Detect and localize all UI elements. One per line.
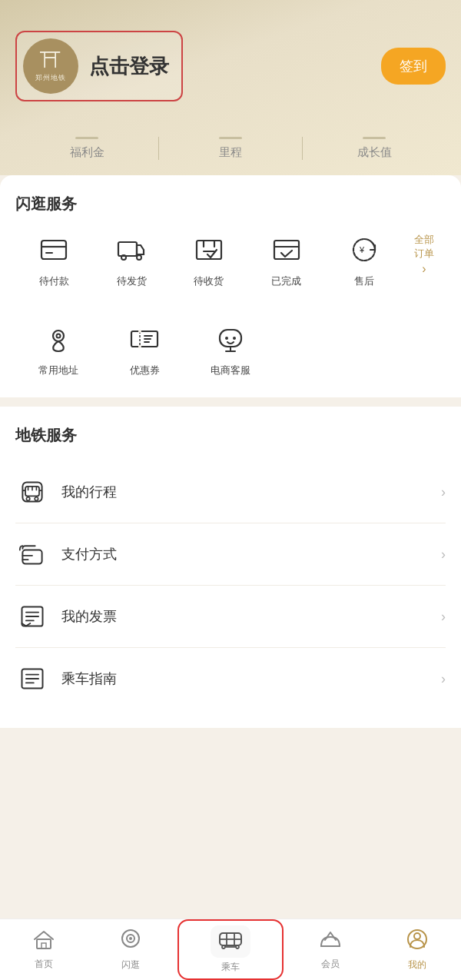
- svg-point-48: [129, 937, 132, 940]
- shop-icon: [121, 929, 141, 955]
- home-nav-label: 首页: [35, 958, 53, 971]
- payment-label: 支付方式: [61, 545, 441, 563]
- order-pending-receive[interactable]: 待收货: [171, 230, 248, 288]
- header-section: ⛩ 郑州地铁 点击登录 签到 福利金 里程 成长值: [0, 0, 461, 175]
- nav-mine[interactable]: 我的: [373, 922, 461, 978]
- metro-guide-item[interactable]: 乘车指南 ›: [15, 648, 446, 709]
- svg-point-11: [53, 331, 64, 341]
- payment-icon: [15, 537, 49, 571]
- svg-point-4: [121, 255, 126, 260]
- trip-icon: [15, 475, 49, 509]
- order-after-sale[interactable]: ¥ 售后: [325, 230, 403, 288]
- pending-receive-icon: [189, 230, 229, 270]
- pending-payment-icon: [34, 230, 74, 270]
- avatar: ⛩ 郑州地铁: [23, 38, 78, 94]
- guide-icon: [15, 662, 49, 696]
- pending-payment-label: 待付款: [39, 274, 69, 288]
- train-nav-bg: [211, 925, 250, 958]
- metro-trip-item[interactable]: 我的行程 ›: [15, 461, 446, 523]
- mine-icon: [406, 929, 428, 955]
- stat-dash-3: [363, 137, 386, 139]
- svg-point-5: [137, 255, 141, 260]
- guide-arrow-icon: ›: [441, 671, 446, 687]
- svg-rect-0: [41, 241, 66, 259]
- service-customer-service[interactable]: 电商客服: [187, 319, 274, 377]
- invoice-arrow-icon: ›: [441, 609, 446, 625]
- svg-point-58: [414, 933, 420, 939]
- home-icon: [33, 929, 55, 955]
- order-items: 待付款 待发货: [15, 230, 403, 301]
- after-sale-icon: ¥: [344, 230, 384, 270]
- section-divider: [0, 397, 461, 407]
- service-address[interactable]: 常用地址: [15, 319, 101, 377]
- coupon-icon: [124, 319, 164, 359]
- metro-section-title: 地铁服务: [15, 425, 446, 446]
- orders-grid: 待付款 待发货: [15, 230, 446, 301]
- completed-icon: [267, 230, 307, 270]
- login-button[interactable]: ⛩ 郑州地铁 点击登录: [15, 31, 183, 101]
- nav-member[interactable]: 会员: [287, 923, 374, 977]
- svg-point-53: [222, 945, 225, 948]
- metro-section: 地铁服务 我的行程 ›: [15, 425, 446, 709]
- address-label: 常用地址: [38, 364, 78, 377]
- svg-rect-44: [37, 939, 51, 948]
- nav-home[interactable]: 首页: [0, 923, 88, 977]
- signin-button[interactable]: 签到: [381, 48, 446, 85]
- stat-fulijin[interactable]: 福利金: [15, 137, 158, 160]
- all-orders-button[interactable]: 全部 订单 ›: [403, 230, 446, 276]
- all-orders-text: 全部 订单: [414, 233, 434, 261]
- svg-rect-3: [118, 242, 137, 256]
- customer-service-icon: [211, 319, 250, 359]
- member-nav-label: 会员: [321, 958, 340, 971]
- stat-chengzhangzhi[interactable]: 成长值: [302, 137, 446, 160]
- metro-invoice-item[interactable]: 我的发票 ›: [15, 586, 446, 648]
- service-coupon[interactable]: 优惠券: [101, 319, 187, 377]
- svg-point-22: [233, 337, 236, 340]
- bottom-nav: 首页 闪逛 乘车: [0, 919, 461, 980]
- svg-point-54: [236, 945, 239, 948]
- customer-service-label: 电商客服: [211, 364, 250, 377]
- coupon-label: 优惠券: [130, 364, 160, 377]
- member-icon: [320, 929, 341, 955]
- logo-icon: ⛩: [40, 50, 61, 71]
- svg-rect-33: [22, 550, 41, 564]
- svg-point-15: [138, 330, 141, 333]
- pending-ship-label: 待发货: [117, 274, 147, 288]
- nav-train[interactable]: 乘车: [177, 919, 284, 980]
- order-pending-ship[interactable]: 待发货: [93, 230, 171, 288]
- invoice-label: 我的发票: [61, 607, 441, 626]
- stat-label-3: 成长值: [357, 145, 392, 160]
- mine-nav-label: 我的: [408, 958, 426, 972]
- address-icon: [38, 319, 78, 359]
- pending-receive-label: 待收货: [194, 274, 224, 288]
- invoice-icon: [15, 600, 49, 633]
- trip-label: 我的行程: [61, 483, 441, 501]
- metro-payment-item[interactable]: 支付方式 ›: [15, 523, 446, 586]
- svg-point-26: [26, 497, 30, 501]
- main-card: 闪逛服务 待付款: [0, 175, 461, 728]
- completed-label: 已完成: [271, 274, 301, 288]
- stat-label-2: 里程: [219, 145, 242, 160]
- after-sale-label: 售后: [354, 274, 374, 288]
- svg-point-21: [225, 337, 228, 340]
- stats-row: 福利金 里程 成长值: [15, 125, 446, 175]
- stat-dash-2: [219, 137, 242, 139]
- stat-dash-1: [75, 137, 98, 139]
- flash-section: 闪逛服务 待付款: [15, 194, 446, 390]
- stat-licheng[interactable]: 里程: [158, 137, 302, 160]
- flash-nav-label: 闪逛: [121, 958, 140, 972]
- login-text: 点击登录: [89, 53, 169, 80]
- svg-point-12: [57, 334, 61, 338]
- svg-rect-45: [41, 943, 46, 948]
- nav-flash[interactable]: 闪逛: [88, 922, 175, 978]
- payment-arrow-icon: ›: [441, 546, 446, 563]
- trip-arrow-icon: ›: [441, 484, 446, 500]
- train-nav-label: 乘车: [221, 961, 240, 974]
- pending-ship-icon: [111, 230, 151, 270]
- profile-row: ⛩ 郑州地铁 点击登录 签到: [15, 31, 446, 101]
- order-completed[interactable]: 已完成: [247, 230, 325, 288]
- service-row2: 常用地址 优惠券: [15, 319, 446, 390]
- guide-label: 乘车指南: [61, 669, 441, 688]
- order-pending-payment[interactable]: 待付款: [15, 230, 93, 288]
- svg-point-27: [35, 497, 38, 501]
